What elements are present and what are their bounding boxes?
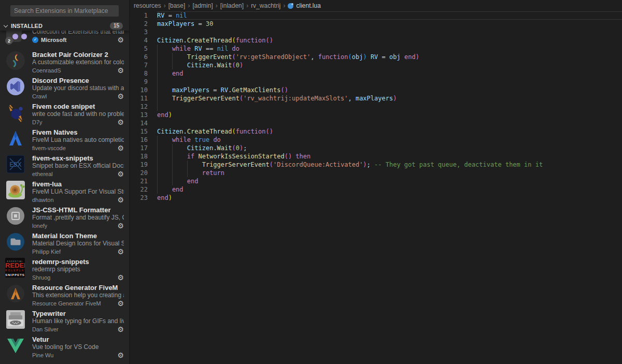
line-number: 10 bbox=[130, 86, 148, 94]
extension-title: redemrp-snippets bbox=[32, 258, 124, 266]
extension-item[interactable]: ESSENTIALREDEMROLEPLAYSNIPPETSredemrp-sn… bbox=[0, 255, 129, 281]
code-line[interactable]: 18if NetworkIsSessionStarted() then bbox=[130, 152, 622, 161]
code-line[interactable]: 7Citizen.Wait(0) bbox=[130, 61, 622, 69]
code-line[interactable]: 17Citizen.Wait(0); bbox=[130, 144, 622, 152]
extension-item[interactable]: Fivem code snippetwrite code fast and wi… bbox=[0, 100, 129, 126]
extension-publisher: CoenraadS bbox=[32, 67, 61, 74]
vetur-icon bbox=[5, 335, 26, 356]
manage-gear-icon[interactable]: ⚙ bbox=[117, 144, 124, 152]
manage-gear-icon[interactable]: ⚙ bbox=[117, 36, 124, 43]
extension-title: fivem-esx-snippets bbox=[32, 154, 124, 162]
code-line[interactable]: 9 bbox=[130, 78, 622, 86]
line-number: 11 bbox=[130, 94, 148, 103]
extension-item[interactable]: Material Icon ThemeMaterial Design Icons… bbox=[0, 229, 129, 255]
extension-title: Fivem Natives bbox=[32, 128, 124, 136]
line-number: 19 bbox=[130, 161, 148, 169]
verified-publisher-icon: ✓ bbox=[32, 37, 38, 43]
breadcrumb: resources›[base]›[admin]›[inladen]›rv_wa… bbox=[130, 0, 622, 11]
extension-item[interactable]: TypewriterHuman like typing for GIFs and… bbox=[0, 307, 129, 333]
installed-section-label: INSTALLED bbox=[11, 23, 43, 29]
line-number: 6 bbox=[130, 53, 148, 61]
manage-gear-icon[interactable]: ⚙ bbox=[117, 196, 124, 203]
breadcrumb-separator: › bbox=[216, 2, 218, 9]
code-line[interactable]: 2maxPlayers = 30 bbox=[130, 20, 622, 28]
breadcrumb-item-file[interactable]: client.lua bbox=[288, 2, 320, 9]
extension-publisher: Shruog bbox=[32, 274, 50, 281]
extension-item[interactable]: JS-CSS-HTML FormatterFormat ,prettify an… bbox=[0, 203, 129, 229]
manage-gear-icon[interactable]: ⚙ bbox=[117, 326, 124, 333]
line-number: 8 bbox=[130, 69, 148, 78]
breadcrumb-item[interactable]: [base] bbox=[168, 2, 186, 9]
code-line[interactable]: 21end bbox=[130, 177, 622, 185]
breadcrumb-item[interactable]: rv_wachtrij bbox=[251, 2, 280, 9]
code-line[interactable]: 20return bbox=[130, 169, 622, 177]
code-line[interactable]: 4Citizen.CreateThread(function() bbox=[130, 36, 622, 45]
breadcrumb-item[interactable]: resources bbox=[134, 2, 161, 9]
line-number: 18 bbox=[130, 152, 148, 161]
extension-description: FiveM LUA Support For Visual Studi... bbox=[32, 188, 124, 196]
extension-title: Fivem code snippet bbox=[32, 103, 124, 110]
code-line[interactable]: 1RV = nil bbox=[130, 11, 622, 20]
code-line[interactable]: 8end bbox=[130, 69, 622, 78]
extension-title: Vetur bbox=[32, 336, 124, 343]
manage-gear-icon[interactable]: ⚙ bbox=[117, 352, 124, 359]
code-line[interactable]: 22end bbox=[130, 185, 622, 194]
code-line[interactable]: 5while RV == nil do bbox=[130, 45, 622, 53]
code-line[interactable]: 14 bbox=[130, 119, 622, 127]
code-line[interactable]: 23end) bbox=[130, 194, 622, 202]
extension-description: Snippet base on ESX official Docs bbox=[32, 162, 124, 170]
manage-gear-icon[interactable]: ⚙ bbox=[117, 67, 124, 74]
extension-item[interactable]: ESXfivem-esx-snippetsSnippet base on ESX… bbox=[0, 152, 129, 178]
editor-pane: resources›[base]›[admin]›[inladen]›rv_wa… bbox=[130, 0, 622, 364]
extension-item[interactable]: Discord PresenceUpdate your discord stat… bbox=[0, 74, 129, 100]
code-line[interactable]: 19TriggerServerEvent('DiscordQueue:Activ… bbox=[130, 161, 622, 169]
extension-item-partial[interactable]: 2 Collection of Extensions that enabl...… bbox=[0, 31, 129, 48]
extension-publisher: fivem-vscode bbox=[32, 144, 66, 152]
extension-item[interactable]: VeturVue tooling for VS CodePine Wu⚙ bbox=[0, 333, 129, 359]
typewriter-icon bbox=[5, 309, 26, 330]
breadcrumb-item[interactable]: [admin] bbox=[192, 2, 213, 9]
extension-item[interactable]: Resource Generator FiveMThis extension h… bbox=[0, 281, 129, 307]
code-editor[interactable]: 1RV = nil2maxPlayers = 3034Citizen.Creat… bbox=[130, 11, 622, 202]
extension-description: A customizable extension for colori... bbox=[32, 59, 124, 66]
extension-item[interactable]: Bracket Pair Colorizer 2A customizable e… bbox=[0, 48, 129, 74]
manage-gear-icon[interactable]: ⚙ bbox=[117, 119, 124, 126]
code-line[interactable]: 12 bbox=[130, 103, 622, 111]
code-line[interactable]: 13end) bbox=[130, 111, 622, 119]
line-number: 20 bbox=[130, 169, 148, 177]
line-number: 15 bbox=[130, 127, 148, 136]
redem-icon: ESSENTIALREDEMROLEPLAYSNIPPETS bbox=[5, 257, 26, 278]
extension-publisher: ethereal bbox=[32, 170, 53, 178]
extension-publisher: Resource Generator FiveM bbox=[32, 300, 101, 307]
manage-gear-icon[interactable]: ⚙ bbox=[117, 248, 124, 255]
extension-title: Bracket Pair Colorizer 2 bbox=[32, 51, 124, 59]
extensions-search-input[interactable] bbox=[10, 6, 119, 16]
manage-gear-icon[interactable]: ⚙ bbox=[117, 300, 124, 307]
extension-item[interactable]: Fivem NativesFiveM Lua natives auto comp… bbox=[0, 126, 129, 152]
extension-publisher: Pine Wu bbox=[32, 352, 53, 359]
installed-count-badge: 15 bbox=[110, 22, 123, 30]
fivem-snippet-icon bbox=[5, 102, 26, 123]
manage-gear-icon[interactable]: ⚙ bbox=[117, 93, 124, 100]
extension-description: Format ,prettify and beautify JS, CS... bbox=[32, 214, 124, 222]
breadcrumb-separator: › bbox=[246, 2, 248, 9]
code-line[interactable]: 3 bbox=[130, 28, 622, 36]
installed-section-header[interactable]: INSTALLED 15 bbox=[0, 21, 129, 31]
extension-item[interactable]: fivem-luaFiveM LUA Support For Visual St… bbox=[0, 178, 129, 203]
code-line[interactable]: 6TriggerEvent('rv:getSharedObject', func… bbox=[130, 53, 622, 61]
extension-publisher: lonefy bbox=[32, 222, 47, 229]
extension-publisher: Crawl bbox=[32, 93, 47, 100]
extensions-search bbox=[10, 5, 119, 17]
breadcrumb-item[interactable]: [inladen] bbox=[220, 2, 244, 9]
manage-gear-icon[interactable]: ⚙ bbox=[117, 274, 124, 281]
line-number: 4 bbox=[130, 36, 148, 45]
code-line[interactable]: 16while true do bbox=[130, 136, 622, 144]
formatter-icon bbox=[5, 206, 26, 226]
line-number: 14 bbox=[130, 119, 148, 127]
code-line[interactable]: 15Citizen.CreateThread(function() bbox=[130, 127, 622, 136]
code-line[interactable]: 11TriggerServerEvent('rv_wachtrij:update… bbox=[130, 94, 622, 103]
code-line[interactable]: 10maxPlayers = RV.GetMaxClients() bbox=[130, 86, 622, 94]
manage-gear-icon[interactable]: ⚙ bbox=[117, 170, 124, 178]
manage-gear-icon[interactable]: ⚙ bbox=[117, 222, 124, 229]
extensions-sidebar: INSTALLED 15 2 Collection of Extensions … bbox=[0, 0, 130, 364]
